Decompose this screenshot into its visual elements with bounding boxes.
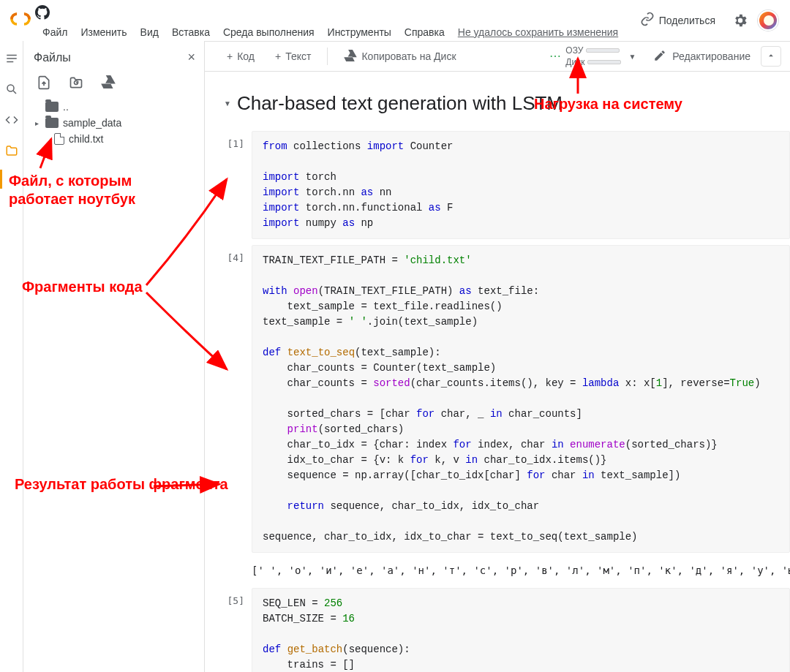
add-text-button[interactable]: + Текст xyxy=(268,48,318,65)
menu-insert[interactable]: Вставка xyxy=(166,23,216,41)
code-cell[interactable]: [5]SEQ_LEN = 256 BATCH_SIZE = 16 def get… xyxy=(218,588,790,672)
code-content[interactable]: SEQ_LEN = 256 BATCH_SIZE = 16 def get_ba… xyxy=(263,596,779,672)
pencil-icon xyxy=(653,49,666,64)
menu-file[interactable]: Файл xyxy=(37,23,73,41)
menu-help[interactable]: Справка xyxy=(399,23,451,41)
add-code-label: Код xyxy=(237,50,255,62)
ram-bar xyxy=(586,48,620,53)
tree-up[interactable]: .. xyxy=(29,99,198,115)
settings-button[interactable] xyxy=(730,10,750,31)
disk-bar xyxy=(587,60,621,64)
plus-icon: + xyxy=(275,50,281,62)
code-content[interactable]: TRAIN_TEXT_FILE_PATH = 'child.txt' with … xyxy=(263,253,779,545)
chevron-right-icon: ▸ xyxy=(32,119,41,127)
toolbar-separator xyxy=(327,48,328,65)
notebook-heading[interactable]: ▼ Char-based text generation with LSTM xyxy=(218,79,790,125)
notebook[interactable]: ▼ Char-based text generation with LSTM [… xyxy=(205,72,790,672)
tree-file-child[interactable]: child.txt xyxy=(29,131,198,147)
copy-drive-label: Копировать на Диск xyxy=(361,50,456,62)
svg-point-0 xyxy=(7,85,14,91)
chevron-up-icon xyxy=(766,50,776,63)
copy-to-drive-button[interactable]: Копировать на Диск xyxy=(336,47,463,67)
add-text-label: Текст xyxy=(285,50,311,62)
sidebar-title: Файлы xyxy=(34,51,71,64)
save-status[interactable]: Не удалось сохранить изменения xyxy=(458,26,618,38)
tree-folder-label: sample_data xyxy=(63,117,121,129)
cell-body[interactable]: from collections import Counter import t… xyxy=(252,131,790,239)
tree-up-label: .. xyxy=(63,101,69,113)
toc-icon[interactable] xyxy=(4,51,19,66)
collapse-caret-icon[interactable]: ▼ xyxy=(224,99,231,107)
upload-file-icon[interactable] xyxy=(37,75,53,91)
search-icon[interactable] xyxy=(4,82,19,97)
mount-drive-icon[interactable] xyxy=(101,75,117,91)
menubar: Файл Изменить Вид Вставка Среда выполнен… xyxy=(35,22,633,42)
folder-icon xyxy=(45,118,59,128)
file-tree: .. ▸ sample_data child.txt xyxy=(23,99,204,147)
edit-mode-label: Редактирование xyxy=(672,50,750,62)
rail-active-indicator xyxy=(0,170,2,189)
resource-caret-icon: ▼ xyxy=(628,53,636,61)
close-icon[interactable]: × xyxy=(187,50,195,65)
code-content[interactable]: from collections import Counter import t… xyxy=(263,139,779,231)
disk-label: Диск xyxy=(565,57,584,67)
header: Файл Изменить Вид Вставка Среда выполнен… xyxy=(0,0,790,41)
notebook-title: Char-based text generation with LSTM xyxy=(237,92,563,115)
cell-body[interactable]: SEQ_LEN = 256 BATCH_SIZE = 16 def get_ba… xyxy=(252,588,790,672)
share-label: Поделиться xyxy=(659,15,715,26)
cell-index: [1] xyxy=(218,131,252,239)
cell-index: [4] xyxy=(218,245,252,553)
cell-body[interactable]: TRAIN_TEXT_FILE_PATH = 'child.txt' with … xyxy=(252,245,790,553)
cell-output: [' ', 'о', 'и', 'е', 'а', 'н', 'т', 'с',… xyxy=(218,559,790,582)
share-button[interactable]: Поделиться xyxy=(633,9,723,31)
code-cell[interactable]: [4]TRAIN_TEXT_FILE_PATH = 'child.txt' wi… xyxy=(218,245,790,553)
plus-icon: + xyxy=(227,50,233,62)
refresh-icon[interactable] xyxy=(69,75,85,91)
cell-index: [5] xyxy=(218,588,252,672)
tree-file-label: child.txt xyxy=(69,133,103,145)
menu-edit[interactable]: Изменить xyxy=(75,23,132,41)
add-code-button[interactable]: + Код xyxy=(219,48,262,65)
menu-runtime[interactable]: Среда выполнения xyxy=(217,23,320,41)
link-icon xyxy=(640,12,655,29)
edit-mode-button[interactable]: Редактирование xyxy=(653,49,750,64)
account-avatar[interactable] xyxy=(758,10,778,31)
menu-tools[interactable]: Инструменты xyxy=(322,23,397,41)
drive-icon xyxy=(344,50,357,64)
colab-logo[interactable] xyxy=(6,4,35,34)
folder-icon xyxy=(45,102,59,112)
code-snippets-icon[interactable] xyxy=(4,113,19,127)
files-icon[interactable] xyxy=(4,143,19,158)
menu-view[interactable]: Вид xyxy=(135,23,165,41)
left-rail xyxy=(0,41,23,672)
github-icon[interactable] xyxy=(35,5,51,21)
ram-label: ОЗУ xyxy=(565,45,583,56)
file-icon xyxy=(54,133,64,145)
expand-button[interactable] xyxy=(761,46,781,67)
files-sidebar: Файлы × .. ▸ sample_data child.txt xyxy=(23,41,205,672)
tree-folder-sample-data[interactable]: ▸ sample_data xyxy=(29,115,198,131)
resource-meter[interactable]: ⋯ ОЗУ Диск ▼ xyxy=(549,45,636,67)
code-cell[interactable]: [1]from collections import Counter impor… xyxy=(218,131,790,239)
status-dots-icon: ⋯ xyxy=(549,50,561,62)
